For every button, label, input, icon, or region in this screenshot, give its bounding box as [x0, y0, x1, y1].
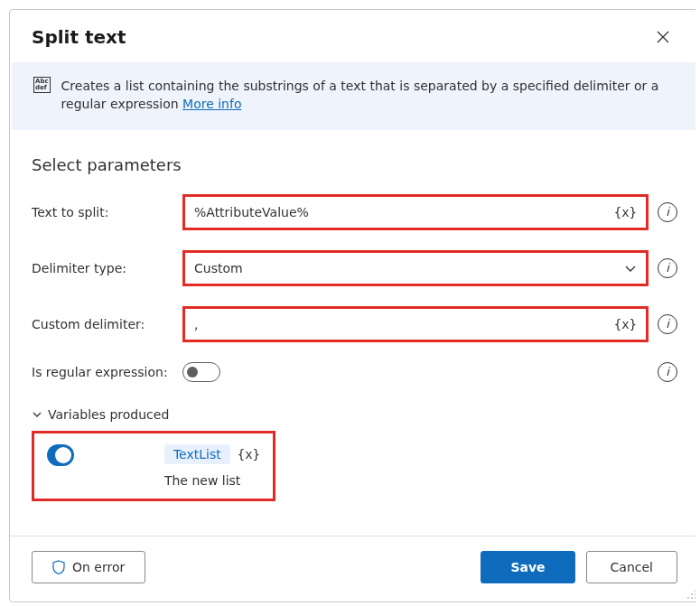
label-text-to-split: Text to split: [32, 205, 172, 219]
info-icon[interactable]: i [658, 202, 677, 222]
text-to-split-input[interactable]: %AttributeValue% {x} [182, 194, 649, 230]
svg-point-3 [687, 597, 689, 599]
close-button[interactable] [649, 23, 677, 51]
variable-details: TextList {x} The new list [164, 444, 260, 488]
text-action-icon: Abc def [33, 77, 51, 93]
variable-brace-icon: {x} [238, 447, 260, 461]
input-value: %AttributeValue% [194, 205, 309, 219]
section-title: Select parameters [32, 155, 677, 174]
info-icon[interactable]: i [658, 362, 677, 382]
svg-point-4 [691, 597, 693, 599]
cancel-button[interactable]: Cancel [586, 551, 677, 583]
resize-grip-icon[interactable] [685, 587, 695, 600]
row-delimiter-type: Delimiter type: Custom i [32, 250, 677, 286]
custom-delimiter-input[interactable]: , {x} [182, 306, 649, 342]
svg-point-2 [695, 593, 695, 595]
label-delimiter-type: Delimiter type: [32, 261, 172, 275]
dialog-body: Select parameters Text to split: %Attrib… [10, 130, 695, 510]
chevron-down-icon [32, 409, 42, 420]
info-icon[interactable]: i [658, 314, 677, 334]
dialog-title: Split text [32, 26, 126, 48]
select-value: Custom [194, 261, 243, 275]
input-value: , [194, 317, 198, 331]
variable-description: The new list [164, 473, 260, 488]
split-text-dialog: Split text Abc def Creates a list contai… [9, 9, 695, 602]
dialog-header: Split text [10, 10, 695, 62]
variable-picker-icon[interactable]: {x} [614, 317, 637, 331]
close-icon [657, 31, 669, 43]
row-custom-delimiter: Custom delimiter: , {x} i [32, 306, 677, 342]
dialog-footer: On error Save Cancel [10, 536, 695, 601]
is-regex-toggle[interactable] [182, 362, 220, 382]
save-button[interactable]: Save [481, 551, 574, 583]
banner-text: Creates a list containing the substrings… [61, 77, 676, 114]
on-error-button[interactable]: On error [32, 551, 145, 583]
info-banner: Abc def Creates a list containing the su… [12, 62, 695, 130]
row-text-to-split: Text to split: %AttributeValue% {x} i [32, 194, 677, 230]
variables-produced-box: TextList {x} The new list [32, 431, 275, 501]
row-is-regex: Is regular expression: i [32, 362, 677, 382]
delimiter-type-select[interactable]: Custom [182, 250, 649, 286]
info-icon[interactable]: i [658, 258, 677, 278]
variables-produced-header[interactable]: Variables produced [32, 407, 677, 422]
more-info-link[interactable]: More info [182, 97, 241, 111]
svg-point-1 [691, 593, 693, 595]
chevron-down-icon [624, 262, 637, 275]
svg-point-0 [695, 590, 695, 592]
label-is-regex: Is regular expression: [32, 365, 172, 379]
variable-chip[interactable]: TextList [164, 444, 230, 464]
label-custom-delimiter: Custom delimiter: [32, 317, 172, 331]
shield-icon [52, 560, 65, 574]
svg-point-5 [695, 597, 695, 599]
variable-enabled-toggle[interactable] [47, 444, 74, 466]
variable-picker-icon[interactable]: {x} [614, 205, 637, 219]
